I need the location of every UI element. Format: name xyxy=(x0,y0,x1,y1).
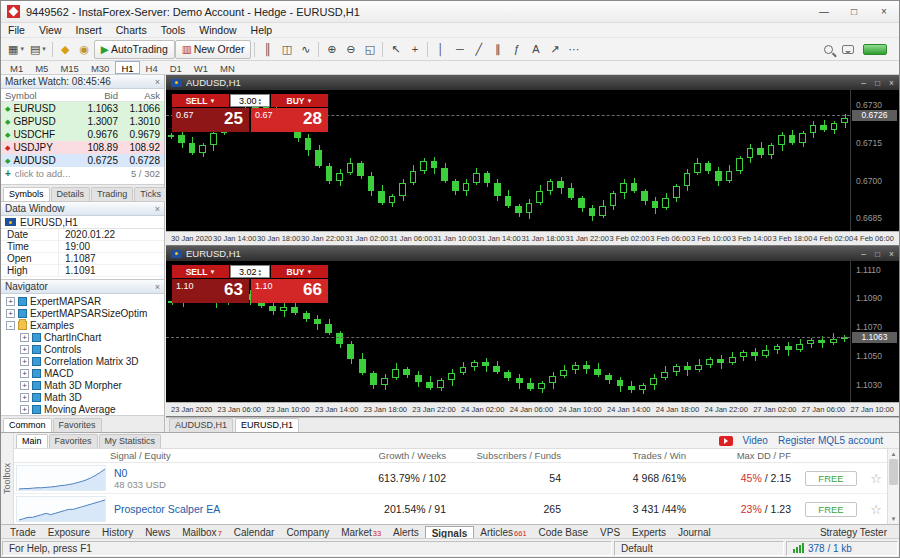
new-order-button[interactable]: ▥New Order xyxy=(175,40,252,59)
buy-price-button[interactable]: 1.1066 xyxy=(251,279,328,303)
market-watch-add-row[interactable]: + click to add... 5 / 302 xyxy=(1,167,164,180)
chart-tab-audusd-h1[interactable]: AUDUSD,H1 xyxy=(169,418,233,432)
new-chart-button[interactable]: ▦▾ xyxy=(5,40,27,59)
tree-expander-icon[interactable]: + xyxy=(20,405,29,414)
market-watch-close-icon[interactable]: × xyxy=(155,77,160,87)
tree-expander-icon[interactable]: + xyxy=(6,297,15,306)
fibonacci-button[interactable]: ƒ xyxy=(507,40,526,59)
timeframe-h1[interactable]: H1 xyxy=(115,61,139,74)
timeframe-w1[interactable]: W1 xyxy=(188,61,214,74)
signal-name-link[interactable]: N0 xyxy=(114,467,166,479)
zoom-in-button[interactable]: ⊕ xyxy=(322,40,341,59)
timeframe-d1[interactable]: D1 xyxy=(164,61,188,74)
toolbox-tab-main[interactable]: Main xyxy=(16,434,48,448)
video-icon[interactable] xyxy=(719,436,733,446)
navigator-item-correlation-matrix-3d[interactable]: +Correlation Matrix 3D xyxy=(1,355,164,367)
tree-expander-icon[interactable]: - xyxy=(6,321,15,330)
free-price-button[interactable]: FREE xyxy=(805,502,856,517)
menu-item-charts[interactable]: Charts xyxy=(109,24,154,36)
navigator-tab-common[interactable]: Common xyxy=(3,418,52,432)
chart-plot[interactable]: SELL▼3.00▴▾BUY▼0.67250.6728 xyxy=(166,90,851,231)
signal-name-link[interactable]: Prospector Scalper EA xyxy=(114,503,220,515)
signal-row[interactable]: N048 033 USD613.79% / 102544 968 /61%45%… xyxy=(14,463,887,494)
channel-button[interactable]: ∥ xyxy=(488,40,507,59)
tree-expander-icon[interactable]: + xyxy=(20,393,29,402)
profiles-button[interactable]: ▤▾ xyxy=(27,40,49,59)
navigator-item-math-3d[interactable]: +Math 3D xyxy=(1,391,164,403)
text-button[interactable]: A xyxy=(526,40,545,59)
strategy-tester-label[interactable]: Strategy Tester xyxy=(820,527,899,538)
cursor-button[interactable]: ↖ xyxy=(386,40,405,59)
lot-spinner-icons[interactable]: ▴▾ xyxy=(259,97,262,105)
toolbox-tab-favorites[interactable]: Favorites xyxy=(49,434,98,448)
navigator-item-expertmapsar[interactable]: +ExpertMAPSAR xyxy=(1,295,164,307)
free-price-button[interactable]: FREE xyxy=(805,471,856,486)
status-profile[interactable]: Default xyxy=(614,541,784,556)
trendline-button[interactable]: ╱ xyxy=(469,40,488,59)
market-watch-row-audusd[interactable]: ◆AUDUSD0.67250.6728 xyxy=(1,154,164,167)
candle-chart-button[interactable]: ◫ xyxy=(277,40,296,59)
buy-button[interactable]: BUY▼ xyxy=(271,265,328,278)
crosshair-button[interactable]: + xyxy=(405,40,424,59)
market-watch-row-usdchf[interactable]: ◆USDCHF0.96760.9679 xyxy=(1,128,164,141)
navigator-tab-favorites[interactable]: Favorites xyxy=(53,418,102,432)
navigator-item-controls[interactable]: +Controls xyxy=(1,343,164,355)
tree-expander-icon[interactable]: + xyxy=(20,369,29,378)
market-watch-tab-details[interactable]: Details xyxy=(51,187,91,201)
maximize-icon[interactable]: □ xyxy=(839,1,869,22)
toolbox-tab-my-statistics[interactable]: My Statistics xyxy=(99,434,162,448)
buy-price-button[interactable]: 0.6728 xyxy=(251,108,328,132)
sell-button[interactable]: SELL▼ xyxy=(172,94,229,107)
menu-item-window[interactable]: Window xyxy=(192,24,243,36)
timeframe-m1[interactable]: M1 xyxy=(4,61,29,74)
menu-item-view[interactable]: View xyxy=(32,24,69,36)
market-watch-row-usdjpy[interactable]: ◆USDJPY108.89108.92 xyxy=(1,141,164,154)
more-tools-button[interactable]: ⋯ xyxy=(564,40,583,59)
market-watch-row-gbpusd[interactable]: ◆GBPUSD1.30071.3010 xyxy=(1,115,164,128)
chart-titlebar[interactable]: AUDUSD,H1–□× xyxy=(166,75,899,90)
chat-icon[interactable] xyxy=(842,45,854,54)
market-button[interactable]: ◉ xyxy=(75,40,94,59)
timeframe-m15[interactable]: M15 xyxy=(54,61,84,74)
chart-titlebar[interactable]: EURUSD,H1–□× xyxy=(166,246,899,261)
timeframe-m30[interactable]: M30 xyxy=(85,61,115,74)
autotrading-button[interactable]: ▶AutoTrading xyxy=(94,40,175,59)
tree-expander-icon[interactable]: + xyxy=(20,381,29,390)
scroll-down-icon[interactable]: ▼ xyxy=(888,516,899,522)
chart-plot[interactable]: SELL▼3.02▴▾BUY▼1.10631.1066 xyxy=(166,261,851,402)
sell-price-button[interactable]: 1.1063 xyxy=(172,279,249,303)
register-mql5-link[interactable]: Register MQL5 account xyxy=(778,435,883,446)
zoom-out-button[interactable]: ⊖ xyxy=(341,40,360,59)
timeframe-h4[interactable]: H4 xyxy=(140,61,164,74)
navigator-close-icon[interactable]: × xyxy=(155,282,160,292)
signal-row[interactable]: Prospector Scalper EA201.54% / 912653 43… xyxy=(14,494,887,525)
menu-item-insert[interactable]: Insert xyxy=(69,24,109,36)
buy-button[interactable]: BUY▼ xyxy=(271,94,328,107)
navigator-item-examples[interactable]: -Examples xyxy=(1,319,164,331)
close-icon[interactable]: × xyxy=(869,1,899,22)
lot-size-input[interactable]: 3.00▴▾ xyxy=(230,94,270,107)
market-watch-row-eurusd[interactable]: ◆EURUSD1.10631.1066 xyxy=(1,102,164,115)
menu-item-tools[interactable]: Tools xyxy=(154,24,193,36)
metaeditor-button[interactable]: ◆ xyxy=(56,40,75,59)
chart-tab-eurusd-h1[interactable]: EURUSD,H1 xyxy=(235,418,299,432)
horizontal-line-button[interactable]: ─ xyxy=(450,40,469,59)
chart-maximize-icon[interactable]: □ xyxy=(875,78,880,88)
market-watch-tab-ticks[interactable]: Ticks xyxy=(134,187,167,201)
tree-expander-icon[interactable]: + xyxy=(6,309,15,318)
lot-spinner-icons[interactable]: ▴▾ xyxy=(259,268,262,276)
chart-maximize-icon[interactable]: □ xyxy=(875,249,880,259)
arrow-tool-button[interactable]: ↗ xyxy=(545,40,564,59)
lot-size-input[interactable]: 3.02▴▾ xyxy=(230,265,270,278)
favorite-star-icon[interactable]: ☆ xyxy=(863,471,889,486)
tree-expander-icon[interactable]: + xyxy=(20,345,29,354)
scrollbar-thumb[interactable] xyxy=(889,459,898,485)
navigator-item-moving-average[interactable]: +Moving Average xyxy=(1,403,164,415)
favorite-star-icon[interactable]: ☆ xyxy=(863,502,889,517)
timeframe-mn[interactable]: MN xyxy=(214,61,241,74)
navigator-item-expertmapsarsizeoptim[interactable]: +ExpertMAPSARSizeOptim xyxy=(1,307,164,319)
chart-minimize-icon[interactable]: – xyxy=(861,249,866,259)
search-icon[interactable] xyxy=(824,45,833,54)
line-chart-button[interactable]: ∿ xyxy=(296,40,315,59)
navigator-item-macd[interactable]: +MACD xyxy=(1,367,164,379)
